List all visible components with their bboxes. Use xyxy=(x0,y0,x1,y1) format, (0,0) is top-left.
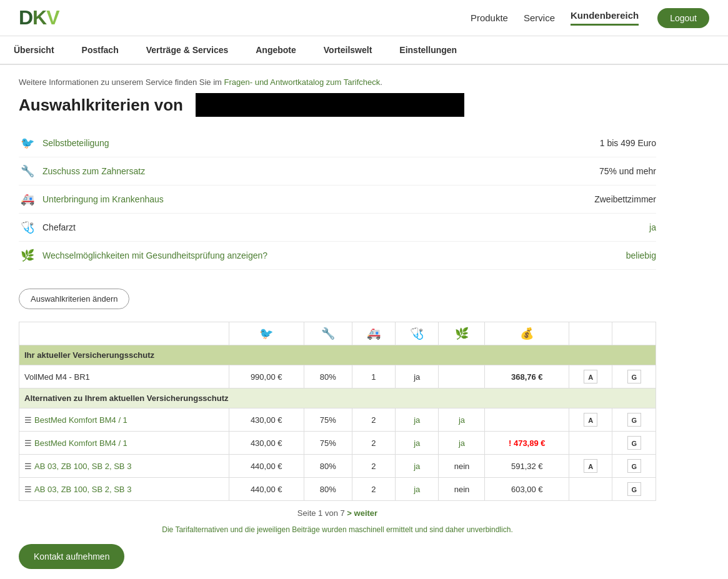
current-row-col6: 368,76 € xyxy=(485,365,569,388)
alt-row-2-name[interactable]: ☰BestMed Komfort BM4 / 1 xyxy=(19,432,229,455)
header: DKV Produkte Service Kundenbereich Logou… xyxy=(0,0,728,36)
subnav-vorteilswelt[interactable]: Vorteilswelt xyxy=(310,36,386,64)
table-row: ☰BestMed Komfort BM4 / 1 430,00 € 75% 2 … xyxy=(19,408,656,432)
sub-nav: Übersicht Postfach Verträge & Services A… xyxy=(0,36,728,65)
subnav-angebote[interactable]: Angebote xyxy=(242,36,310,64)
page-title-prefix: Auswahlkriterien von xyxy=(19,96,183,115)
current-insurance-header: Ihr aktueller Versicherungsschutz xyxy=(19,345,656,365)
col-icon-6: 💰 xyxy=(485,322,569,345)
col-icon-3: 🚑 xyxy=(352,322,395,345)
pagination: Seite 1 von 7 > weiter xyxy=(19,508,656,518)
alt-row-2-col4: ja xyxy=(395,432,438,455)
alt-row-1-col3: 2 xyxy=(352,408,395,432)
krankenhaus-link[interactable]: Unterbringung im Krankenhaus xyxy=(42,194,164,204)
selbstbeteiligung-icon: 🐦 xyxy=(19,134,36,152)
criteria-item-chefarzt: 🩺 Chefarzt ja xyxy=(19,214,656,242)
alt-row-2-col3: 2 xyxy=(352,432,395,455)
criteria-item-selbstbeteiligung: 🐦 Selbstbeteiligung 1 bis 499 Euro xyxy=(19,129,656,157)
alt-insurance-header: Alternativen zu Ihrem aktuellen Versiche… xyxy=(19,388,656,408)
wechsel-link[interactable]: Wechselmöglichkeiten mit Gesundheitsprüf… xyxy=(42,250,267,260)
pagination-text: Seite 1 von 7 xyxy=(297,508,345,518)
chefarzt-value: ja xyxy=(649,222,656,232)
alt-row-3-col4: ja xyxy=(395,455,438,478)
info-link[interactable]: Fragen- und Antwortkatalog zum Tarifchec… xyxy=(224,77,381,87)
alt-row-3-col2: 80% xyxy=(304,455,352,478)
contact-button[interactable]: Kontakt aufnehmen xyxy=(19,544,124,569)
current-row-col7: A xyxy=(569,365,612,388)
criteria-list: 🐦 Selbstbeteiligung 1 bis 499 Euro 🔧 Zus… xyxy=(19,129,656,270)
change-criteria-button[interactable]: Auswahlkriterien ändern xyxy=(19,289,129,309)
selbstbeteiligung-link[interactable]: Selbstbeteiligung xyxy=(42,138,109,148)
zahnersatz-value: 75% und mehr xyxy=(599,166,656,176)
header-right: Produkte Service Kundenbereich Logout xyxy=(471,8,709,28)
alt-row-3-col8: G xyxy=(612,455,656,478)
wechsel-icon: 🌿 xyxy=(19,247,36,264)
alt-row-3-col5: nein xyxy=(439,455,485,478)
info-text: Weitere Informationen zu unserem Service… xyxy=(19,77,656,87)
alt-row-4-col8: G xyxy=(612,478,656,501)
criteria-item-zahnersatz: 🔧 Zuschuss zum Zahnersatz 75% und mehr xyxy=(19,157,656,186)
alt-header-label: Alternativen zu Ihrem aktuellen Versiche… xyxy=(19,388,656,408)
alt-row-1-col6 xyxy=(485,408,569,432)
subnav-einstellungen[interactable]: Einstellungen xyxy=(386,36,471,64)
col-icon-5: 🌿 xyxy=(439,322,485,345)
current-row-col4: ja xyxy=(395,365,438,388)
alt-row-2-col6: ! 473,89 € xyxy=(485,432,569,455)
wechsel-value: beliebig xyxy=(626,250,656,260)
main-content: Weitere Informationen zu unserem Service… xyxy=(0,65,675,579)
current-row-col5 xyxy=(439,365,485,388)
page-title: Auswahlkriterien von xyxy=(19,93,656,117)
alt-row-4-col1: 440,00 € xyxy=(229,478,304,501)
current-row-col8: G xyxy=(612,365,656,388)
alt-row-3-col6: 591,32 € xyxy=(485,455,569,478)
col-icon-2: 🔧 xyxy=(304,322,352,345)
alt-row-1-name[interactable]: ☰BestMed Komfort BM4 / 1 xyxy=(19,408,229,432)
krankenhaus-value: Zweibettzimmer xyxy=(594,194,656,204)
col-icon-7 xyxy=(569,322,612,345)
alt-row-2-col8: G xyxy=(612,432,656,455)
alt-row-4-col3: 2 xyxy=(352,478,395,501)
alt-row-4-col2: 80% xyxy=(304,478,352,501)
alt-row-1-col1: 430,00 € xyxy=(229,408,304,432)
alt-row-4-col4: ja xyxy=(395,478,438,501)
logout-button[interactable]: Logout xyxy=(657,8,709,28)
subnav-vertrage[interactable]: Verträge & Services xyxy=(132,36,242,64)
current-row-col1: 990,00 € xyxy=(229,365,304,388)
alt-row-3-col1: 440,00 € xyxy=(229,455,304,478)
logo: DKV xyxy=(19,6,59,29)
current-insurance-row: VollMed M4 - BR1 990,00 € 80% 1 ja 368,7… xyxy=(19,365,656,388)
alt-row-1-col7: A xyxy=(569,408,612,432)
alt-row-1-col5: ja xyxy=(439,408,485,432)
current-row-col3: 1 xyxy=(352,365,395,388)
zahnersatz-icon: 🔧 xyxy=(19,162,36,180)
alt-row-3-col7: A xyxy=(569,455,612,478)
current-header-label: Ihr aktueller Versicherungsschutz xyxy=(19,345,656,365)
alt-row-4-col5: nein xyxy=(439,478,485,501)
nav-produkte[interactable]: Produkte xyxy=(471,12,508,23)
alt-row-4-col7 xyxy=(569,478,612,501)
chefarzt-icon: 🩺 xyxy=(19,219,36,236)
alt-row-4-col6: 603,00 € xyxy=(485,478,569,501)
alt-row-1-col2: 75% xyxy=(304,408,352,432)
alt-row-4-name[interactable]: ☰AB 03, ZB 100, SB 2, SB 3 xyxy=(19,478,229,501)
alt-row-1-col8: G xyxy=(612,408,656,432)
current-row-name: VollMed M4 - BR1 xyxy=(19,365,229,388)
redacted-name xyxy=(196,93,464,117)
table-row: ☰BestMed Komfort BM4 / 1 430,00 € 75% 2 … xyxy=(19,432,656,455)
criteria-item-wechsel: 🌿 Wechselmöglichkeiten mit Gesundheitspr… xyxy=(19,242,656,270)
subnav-postfach[interactable]: Postfach xyxy=(68,36,132,64)
subnav-ubersicht[interactable]: Übersicht xyxy=(0,36,68,64)
table-row: ☰AB 03, ZB 100, SB 2, SB 3 440,00 € 80% … xyxy=(19,478,656,501)
alt-row-2-col1: 430,00 € xyxy=(229,432,304,455)
top-nav: Produkte Service Kundenbereich xyxy=(471,10,639,26)
pagination-next[interactable]: > weiter xyxy=(347,508,377,518)
alt-row-1-col4: ja xyxy=(395,408,438,432)
nav-service[interactable]: Service xyxy=(524,12,555,23)
alt-row-2-col2: 75% xyxy=(304,432,352,455)
nav-kundenbereich[interactable]: Kundenbereich xyxy=(571,10,639,26)
col-icon-1: 🐦 xyxy=(229,322,304,345)
alt-row-3-name[interactable]: ☰AB 03, ZB 100, SB 2, SB 3 xyxy=(19,455,229,478)
chefarzt-label: Chefarzt xyxy=(42,222,76,232)
zahnersatz-link[interactable]: Zuschuss zum Zahnersatz xyxy=(42,166,145,176)
col-name-header xyxy=(19,322,229,345)
